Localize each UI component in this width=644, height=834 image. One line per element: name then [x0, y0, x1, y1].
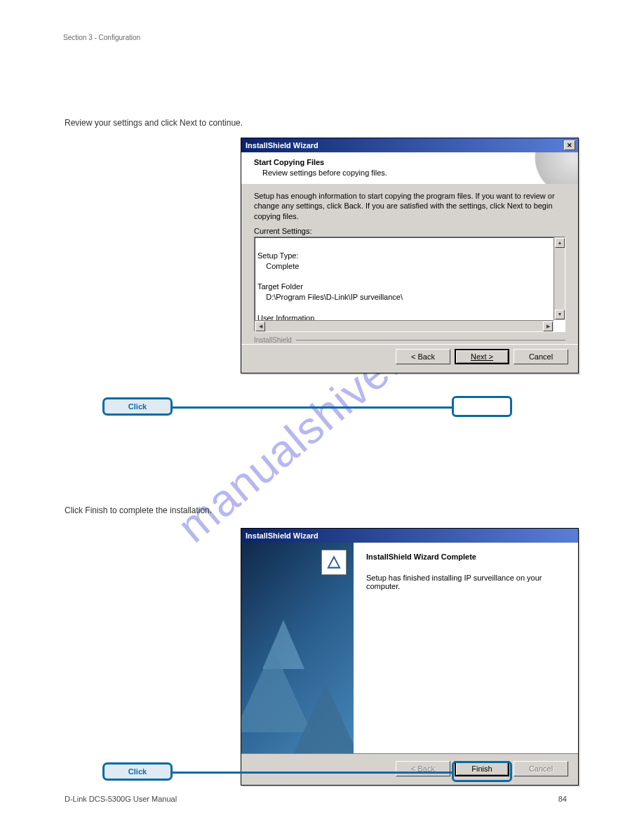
- titlebar[interactable]: InstallShield Wizard ✕: [241, 138, 578, 152]
- title-text: InstallShield Wizard: [246, 531, 318, 540]
- button-row: < Back Finish Cancel: [241, 753, 578, 785]
- instruction-finish: Click Finish to complete the installatio…: [65, 505, 212, 517]
- next-label: Next >: [471, 352, 493, 361]
- page-number: 84: [558, 795, 567, 803]
- callout-line-finish: [173, 772, 452, 774]
- section-label: Section 3 - Configuration: [63, 34, 140, 41]
- next-button[interactable]: Next >: [455, 349, 509, 364]
- callout-click-next: Click: [102, 397, 173, 416]
- cancel-button: Cancel: [514, 761, 568, 776]
- callout-label: Click: [128, 767, 147, 776]
- page-header: Section 3 - Configuration: [63, 34, 581, 41]
- dialog-complete: InstallShield Wizard InstallShield Wizar…: [241, 528, 579, 786]
- close-button[interactable]: ✕: [564, 140, 575, 150]
- back-button[interactable]: < Back: [396, 349, 450, 364]
- titlebar[interactable]: InstallShield Wizard: [241, 529, 578, 543]
- scroll-right-icon[interactable]: ▶: [543, 322, 553, 331]
- dialog-header: Start Copying Files Review settings befo…: [241, 152, 578, 184]
- instruction-review-settings: Review your settings and click Next to c…: [65, 118, 243, 129]
- button-row: < Back Next > Cancel: [241, 344, 578, 373]
- installshield-logo-icon: [321, 550, 347, 575]
- highlight-next-button: [452, 396, 512, 417]
- cancel-label: Cancel: [529, 352, 553, 361]
- scroll-down-icon[interactable]: ▼: [555, 310, 565, 319]
- dialog-start-copying: InstallShield Wizard ✕ Start Copying Fil…: [241, 138, 579, 373]
- scroll-left-icon[interactable]: ◀: [255, 322, 265, 331]
- callout-click-finish: Click: [102, 762, 173, 781]
- wizard-content: InstallShield Wizard Complete Setup has …: [354, 543, 578, 753]
- scrollbar-vertical[interactable]: ▲ ▼: [554, 237, 565, 320]
- manual-title: D-Link DCS-5300G User Manual: [65, 795, 177, 803]
- finish-label: Finish: [471, 764, 492, 773]
- settings-textarea[interactable]: Setup Type: Complete Target Folder D:\Pr…: [254, 237, 565, 332]
- wizard-sidebar-graphic: [241, 543, 354, 753]
- dialog-subheading: Review settings before copying files.: [254, 168, 565, 177]
- close-icon: ✕: [567, 142, 572, 149]
- callout-line-next: [173, 406, 452, 409]
- current-settings-label: Current Settings:: [254, 227, 565, 235]
- brand-footer: InstallShield: [241, 336, 578, 344]
- page-curl-icon: [529, 152, 578, 184]
- back-button: < Back: [396, 761, 450, 776]
- finish-button[interactable]: Finish: [455, 761, 509, 776]
- complete-heading: InstallShield Wizard Complete: [366, 552, 565, 561]
- back-label: < Back: [411, 352, 435, 361]
- dialog-body-text: Setup has enough information to start co…: [254, 191, 565, 221]
- scrollbar-horizontal[interactable]: ◀ ▶: [255, 320, 554, 331]
- cancel-button[interactable]: Cancel: [514, 349, 568, 364]
- brand-label: InstallShield: [254, 336, 292, 344]
- complete-text: Setup has finished installing IP surveil…: [366, 574, 565, 590]
- scroll-up-icon[interactable]: ▲: [555, 238, 565, 248]
- title-text: InstallShield Wizard: [246, 141, 318, 150]
- callout-label: Click: [128, 402, 147, 411]
- cancel-label: Cancel: [529, 764, 553, 773]
- manual-footer: D-Link DCS-5300G User Manual: [65, 795, 177, 803]
- dialog-heading: Start Copying Files: [254, 158, 565, 166]
